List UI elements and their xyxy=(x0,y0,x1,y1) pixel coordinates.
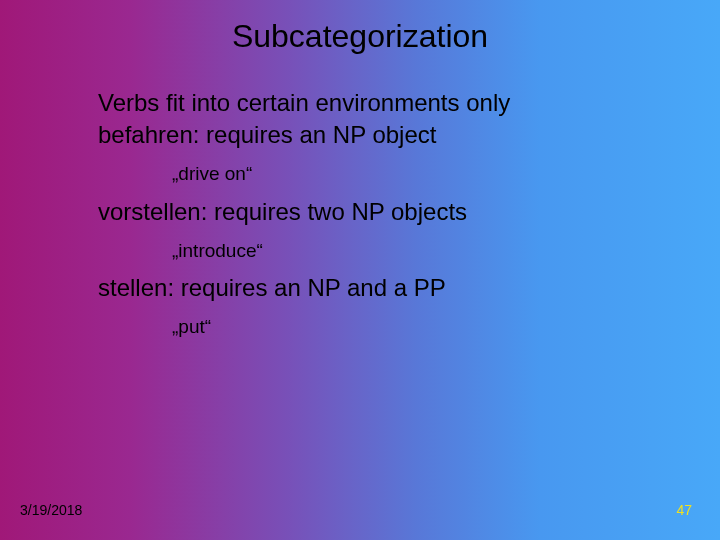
bullet-main: stellen: requires an NP and a PP xyxy=(98,273,660,303)
bullet-gloss: „put“ xyxy=(98,305,660,350)
footer-page-number: 47 xyxy=(676,502,692,518)
bullet-gloss: „drive on“ xyxy=(98,152,660,197)
bullet-main: vorstellen: requires two NP objects xyxy=(98,197,660,227)
slide-title: Subcategorization xyxy=(0,18,720,55)
slide-body: Verbs fit into certain environments only… xyxy=(98,88,660,350)
intro-text: Verbs fit into certain environments only xyxy=(98,88,660,118)
footer-date: 3/19/2018 xyxy=(20,502,82,518)
bullet-main: befahren: requires an NP object xyxy=(98,120,660,150)
slide: Subcategorization Verbs fit into certain… xyxy=(0,0,720,540)
bullet-gloss: „introduce“ xyxy=(98,229,660,274)
